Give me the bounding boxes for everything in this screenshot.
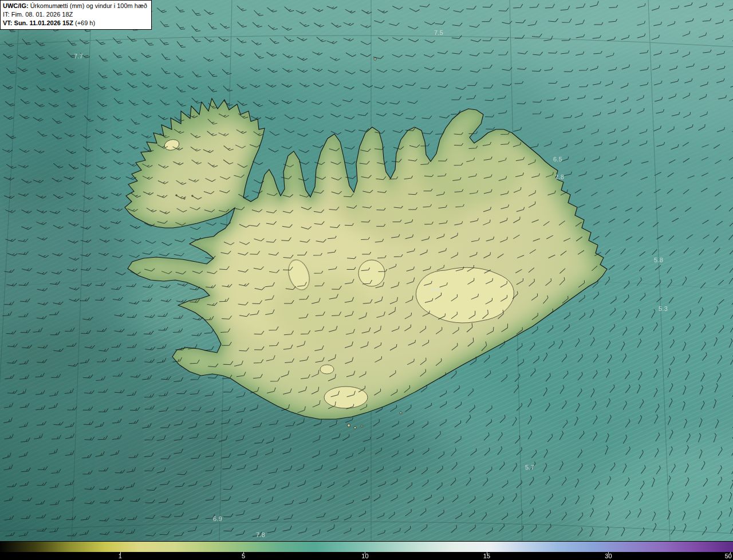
- colorbar-tick: [120, 552, 121, 554]
- colorbar-tick: [365, 552, 365, 554]
- product-title: UWC/IG: Úrkomumætti (mm) og vindur i 100…: [3, 2, 147, 10]
- map-canvas: 7.77.56.52.85.85.34.95.76.97.8: [0, 0, 733, 542]
- valid-label: VT:: [3, 19, 13, 26]
- product-label: UWC/IG:: [3, 2, 29, 9]
- weather-map-screen: 7.77.56.52.85.85.34.95.76.97.8 UWC/IG: Ú…: [0, 0, 733, 560]
- legend-box: UWC/IG: Úrkomumætti (mm) og vindur i 100…: [0, 0, 152, 30]
- init-label: IT:: [3, 11, 10, 18]
- colorbar-tick-label: 50: [725, 552, 732, 560]
- colorbar-tick: [730, 552, 731, 554]
- precipitation-wind-map: [0, 0, 733, 542]
- valid-time: VT: Sun. 11.01.2026 15Z (+69 h): [3, 19, 147, 27]
- colorbar-labels: 1510153050: [0, 552, 733, 560]
- colorbar-gradient: [0, 542, 733, 552]
- colorbar-tick: [608, 552, 609, 554]
- colorbar-tick: [243, 552, 244, 554]
- colorbar-tick: [487, 552, 487, 554]
- colorbar: 1510153050: [0, 541, 733, 560]
- init-time: IT: Fim. 08. 01. 2026 18Z: [3, 10, 147, 19]
